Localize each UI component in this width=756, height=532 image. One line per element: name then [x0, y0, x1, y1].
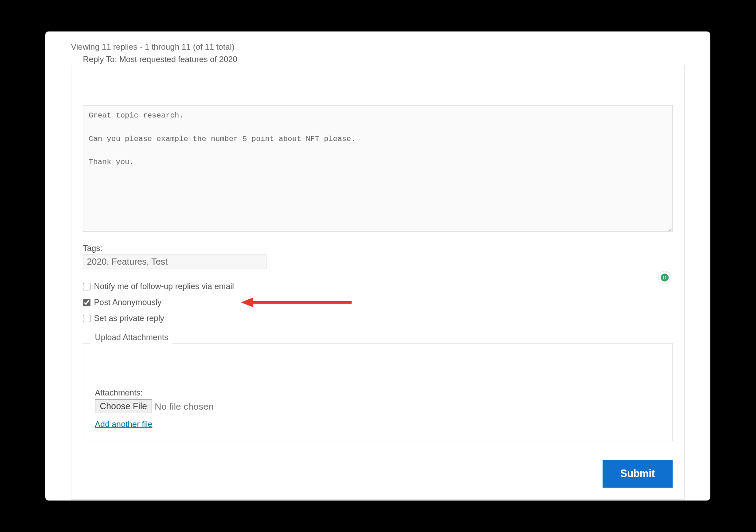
attachments-label: Attachments:: [95, 388, 661, 398]
tags-input[interactable]: [83, 254, 266, 269]
private-label: Set as private reply: [94, 313, 164, 323]
file-input-row: Choose File No file chosen: [95, 399, 661, 413]
reply-form-window: Viewing 11 replies - 1 through 11 (of 11…: [45, 31, 710, 501]
upload-fieldset: Upload Attachments Attachments: Choose F…: [83, 338, 673, 441]
notify-checkbox-row: Notify me of follow-up replies via email: [83, 282, 673, 291]
no-file-text: No file chosen: [155, 401, 214, 412]
upload-legend: Upload Attachments: [91, 332, 172, 342]
private-checkbox-row: Set as private reply: [83, 313, 673, 323]
private-checkbox[interactable]: [83, 315, 90, 322]
anonymous-label: Post Anonymously: [94, 297, 161, 307]
annotation-arrow-icon: [241, 296, 352, 309]
reply-legend: Reply To: Most requested features of 202…: [79, 55, 241, 64]
anonymous-checkbox[interactable]: [83, 299, 90, 306]
choose-file-button[interactable]: Choose File: [95, 399, 152, 413]
tags-label: Tags:: [83, 243, 673, 253]
reply-fieldset: Reply To: Most requested features of 202…: [71, 60, 685, 500]
viewing-count-text: Viewing 11 replies - 1 through 11 (of 11…: [71, 42, 685, 52]
reply-textarea[interactable]: [83, 105, 673, 232]
submit-button[interactable]: Submit: [603, 460, 673, 488]
notify-label: Notify me of follow-up replies via email: [94, 282, 234, 291]
notify-checkbox[interactable]: [83, 283, 90, 290]
add-another-file-link[interactable]: Add another file: [95, 419, 153, 429]
anonymous-checkbox-row: Post Anonymously: [83, 297, 673, 307]
svg-marker-1: [241, 297, 253, 307]
grammarly-badge-icon[interactable]: G: [658, 271, 671, 284]
